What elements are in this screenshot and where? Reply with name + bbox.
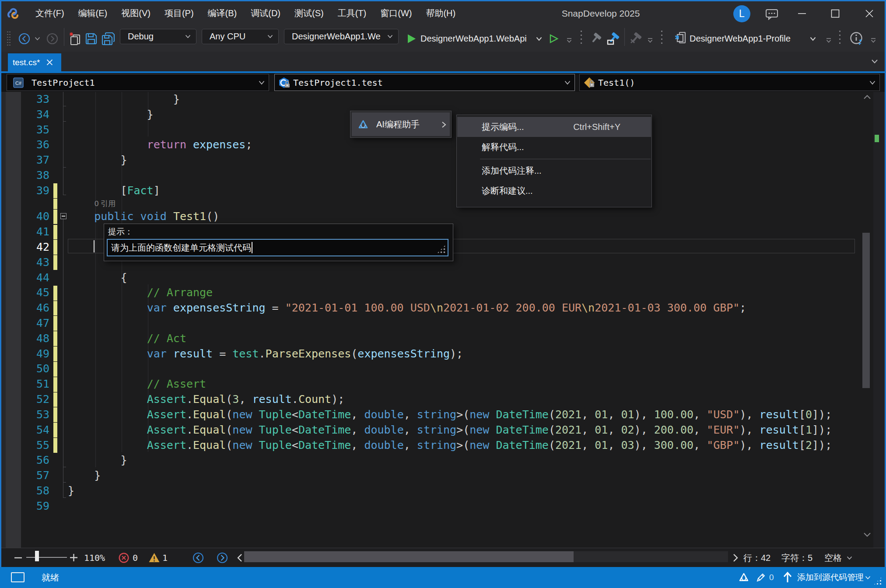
code-line-51[interactable]: 51 // Assert [1, 377, 885, 392]
horizontal-scrollbar-track[interactable] [244, 551, 728, 562]
save-icon[interactable] [85, 32, 98, 45]
submenu-item-4[interactable]: 添加代码注释... [457, 161, 651, 181]
menu-item-7[interactable]: 测试(S) [287, 1, 331, 25]
whitespace-indicator[interactable]: 空格 [824, 552, 842, 564]
hscroll-left-icon[interactable] [237, 553, 242, 562]
code-line-57[interactable]: 57 } [1, 468, 885, 483]
breadcrumb-project-dropdown[interactable]: C# TestProject1 [7, 74, 269, 91]
navigate-back-icon[interactable] [18, 33, 30, 45]
code-line-44[interactable]: 44 { [1, 270, 885, 286]
code-line-56[interactable]: 56 } [1, 453, 885, 468]
menu-item-6[interactable]: 调试(D) [244, 1, 287, 25]
tab-testcs[interactable]: test.cs* [8, 53, 61, 71]
new-file-icon[interactable] [68, 32, 82, 46]
prompt-input[interactable]: 请为上面的函数创建单元格测试代码 [107, 239, 448, 256]
fold-collapse-button[interactable] [60, 213, 67, 219]
menu-item-2[interactable]: 编辑(E) [71, 1, 115, 25]
code-line-39[interactable]: 39 [Fact] [1, 183, 885, 199]
publish-icon[interactable] [674, 31, 687, 46]
menu-item-1[interactable]: 文件(F) [28, 1, 71, 25]
code-line-47[interactable]: 47 [1, 316, 885, 331]
navigate-forward-icon[interactable] [217, 552, 228, 564]
toolbar-overflow-icon[interactable] [870, 38, 876, 43]
background-task-icon[interactable] [11, 572, 25, 582]
code-line-38[interactable]: 38 [1, 168, 885, 183]
zoom-slider-thumb[interactable] [35, 551, 39, 561]
cancel-build-icon[interactable] [630, 32, 643, 45]
feedback-icon[interactable] [765, 9, 778, 20]
menu-item-4[interactable]: 项目(P) [158, 1, 201, 25]
code-line-49[interactable]: 49 var result = test.ParseExpenses(expen… [1, 346, 885, 362]
code-line-54[interactable]: 54 Assert.Equal(new Tuple<DateTime, doub… [1, 423, 885, 438]
toolbar-overflow-icon[interactable] [647, 38, 653, 43]
save-all-icon[interactable] [101, 32, 116, 46]
source-control-label[interactable]: 添加到源代码管理 [797, 572, 864, 583]
submenu-item-2[interactable]: 解释代码... [457, 137, 651, 157]
zoom-slider-track[interactable] [26, 557, 67, 558]
zoom-level[interactable]: 110% [84, 553, 105, 563]
user-avatar[interactable]: L [733, 5, 750, 22]
prompt-resize-grip[interactable] [437, 245, 446, 254]
publish-profile-dropdown-icon[interactable] [810, 37, 816, 41]
close-button[interactable] [859, 1, 879, 25]
maximize-button[interactable] [825, 1, 845, 25]
code-editor[interactable]: 33 }34 }3536 return expenses;37 }3839 [F… [1, 92, 885, 548]
code-line-55[interactable]: 55 Assert.Equal(new Tuple<DateTime, doub… [1, 438, 885, 453]
code-line-58[interactable]: 58} [1, 483, 885, 499]
run-without-debug-icon[interactable] [549, 34, 559, 44]
hscroll-right-icon[interactable] [733, 553, 739, 562]
horizontal-scrollbar-thumb[interactable] [244, 551, 574, 562]
code-line-59[interactable]: 59 [1, 499, 885, 514]
run-target-dropdown-icon[interactable] [536, 37, 542, 41]
info-icon[interactable] [849, 31, 865, 46]
run-icon[interactable] [407, 34, 417, 44]
toolbar-overflow-icon[interactable] [566, 38, 572, 43]
code-line-52[interactable]: 52 Assert.Equal(3, result.Count); [1, 392, 885, 407]
code-line-45[interactable]: 45 // Arrange [1, 285, 885, 301]
code-line-46[interactable]: 46 var expensesString = "2021-01-01 100.… [1, 301, 885, 316]
publish-profile-button[interactable]: DesignerWebApp1-Profile [690, 25, 791, 52]
navigate-backward-icon[interactable] [193, 552, 204, 564]
tab-list-dropdown-icon[interactable] [871, 59, 878, 64]
submenu-item-1[interactable]: 提示编码...Ctrl+Shift+Y [457, 117, 651, 137]
push-up-arrow-icon[interactable] [782, 571, 793, 583]
run-target-button[interactable]: DesignerWebApp1.WebApi [420, 25, 527, 52]
whitespace-dropdown-icon[interactable] [847, 556, 852, 560]
code-line-37[interactable]: 37 } [1, 153, 885, 168]
error-count-icon[interactable] [119, 553, 129, 563]
code-line-53[interactable]: 53 Assert.Equal(new Tuple<DateTime, doub… [1, 407, 885, 423]
menu-item-3[interactable]: 视图(V) [114, 1, 158, 25]
configuration-combobox[interactable]: Debug [120, 29, 196, 44]
menu-item-5[interactable]: 编译(B) [201, 1, 244, 25]
menu-item-10[interactable]: 帮助(H) [419, 1, 462, 25]
codelens-row[interactable]: 0 引用 [1, 199, 885, 209]
breadcrumb-member-dropdown[interactable]: Test1() [579, 74, 880, 91]
warning-count-icon[interactable] [148, 552, 160, 563]
toolbar-overflow-icon[interactable] [826, 38, 832, 43]
minimize-button[interactable] [792, 1, 812, 25]
zoom-in-icon[interactable] [70, 554, 77, 561]
navigate-back-dropdown-icon[interactable] [35, 37, 40, 41]
build-icon[interactable] [590, 32, 602, 45]
menu-item-9[interactable]: 窗口(W) [373, 1, 419, 25]
platform-combobox[interactable]: Any CPU [202, 29, 279, 44]
code-line-40[interactable]: 40 public void Test1() [1, 209, 885, 224]
source-control-dropdown-icon[interactable] [865, 576, 871, 580]
scrollbar-down-icon[interactable] [863, 532, 871, 537]
tab-close-icon[interactable] [46, 59, 53, 66]
submenu-item-5[interactable]: 诊断和建议... [457, 181, 651, 201]
code-line-36[interactable]: 36 return expenses; [1, 137, 885, 153]
code-line-48[interactable]: 48 // Act [1, 331, 885, 346]
code-line-33[interactable]: 33 } [1, 92, 885, 107]
breadcrumb-type-dropdown[interactable]: TestProject1.test [274, 74, 575, 91]
build-solution-icon[interactable] [606, 32, 621, 46]
code-line-50[interactable]: 50 [1, 361, 885, 377]
zoom-out-icon[interactable] [14, 557, 22, 559]
codelens-references[interactable]: 0 引用 [95, 199, 116, 209]
toolbar-drag-handle[interactable] [7, 31, 11, 46]
navigate-forward-icon[interactable] [46, 33, 58, 45]
ai-status-icon[interactable] [738, 572, 749, 583]
context-menu-item-ai-assistant[interactable]: AI编程助手 [352, 112, 450, 136]
pending-edits-icon[interactable] [756, 572, 766, 583]
menu-item-8[interactable]: 工具(T) [331, 1, 374, 25]
